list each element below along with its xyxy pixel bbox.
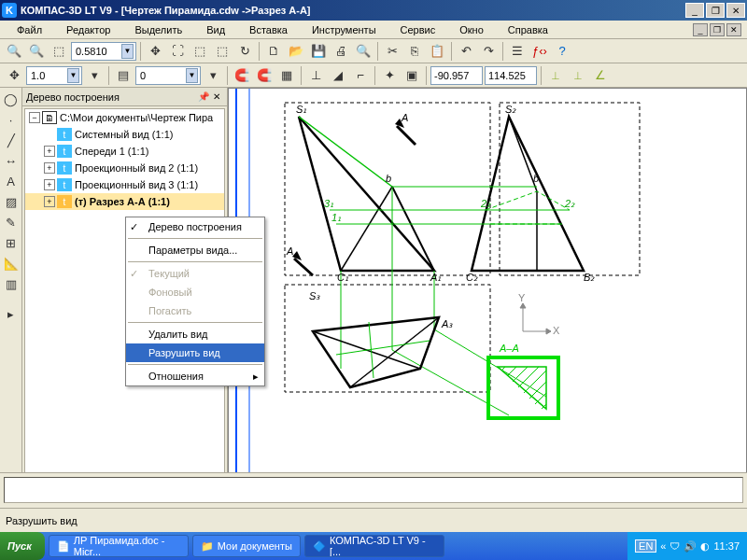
drawing-canvas[interactable]: А А X Y А–А S₁S₂ (228, 88, 747, 508)
mdi-restore-button[interactable]: ❐ (710, 23, 725, 36)
undo-icon[interactable]: ↶ (456, 41, 476, 62)
snap1-icon[interactable]: 🧲 (232, 65, 252, 86)
layer-combo[interactable]: 0 ▼ (135, 66, 201, 85)
svg-text:X: X (553, 325, 560, 336)
zoom-window-icon[interactable]: ⬚ (49, 41, 69, 62)
redo-icon[interactable]: ↷ (478, 41, 499, 62)
lang-indicator[interactable]: EN (635, 539, 656, 553)
start-button[interactable]: Пуск (0, 532, 45, 560)
tree-item[interactable]: t Системный вид (1:1) (25, 126, 224, 143)
tree-item[interactable]: +t Проекционный вид 3 (1:1) (25, 176, 224, 193)
menu-view[interactable]: Вид (195, 22, 236, 37)
grid-icon[interactable]: ▦ (276, 65, 297, 86)
prev-view-icon[interactable]: ⬚ (190, 41, 210, 62)
pan-icon[interactable]: ✥ (145, 41, 165, 62)
next-view-icon[interactable]: ⬚ (212, 41, 233, 62)
pin-icon[interactable]: 📌 (197, 91, 210, 104)
print-icon[interactable]: 🖨 (331, 41, 351, 62)
zoom-value: 0.5810 (76, 46, 121, 57)
fit-icon[interactable]: ⛶ (167, 41, 188, 62)
scale-combo[interactable]: 1.0 ▼ (26, 66, 82, 85)
chevron-down-icon[interactable]: ▼ (67, 68, 79, 83)
minimize-button[interactable]: _ (685, 3, 704, 18)
paste-icon[interactable]: 📋 (427, 41, 447, 62)
snap2-icon[interactable]: 🧲 (254, 65, 275, 86)
hatch-icon[interactable]: ▨ (2, 192, 21, 211)
dim2-icon[interactable]: ⟂ (568, 65, 588, 86)
open-icon[interactable]: 📂 (286, 41, 306, 62)
svg-text:C₂: C₂ (466, 272, 478, 283)
ctx-destroy[interactable]: Разрушить вид (126, 343, 264, 362)
chevron-down-icon[interactable]: ▼ (121, 44, 134, 59)
properties-icon[interactable]: ☰ (507, 41, 528, 62)
mdi-minimize-button[interactable]: _ (693, 23, 708, 36)
tree-root[interactable]: −🗎 C:\Мои документы\Чертеж Пира (25, 109, 224, 126)
help-icon[interactable]: ? (552, 41, 572, 62)
restore-button[interactable]: ❐ (706, 3, 725, 18)
menu-window[interactable]: Окно (448, 22, 495, 37)
constraints-icon[interactable]: ▣ (402, 65, 422, 86)
edit-icon[interactable]: ✎ (2, 213, 21, 231)
menu-edit[interactable]: Редактор (55, 22, 121, 37)
copy-icon[interactable]: ⎘ (404, 41, 425, 62)
ortho-icon[interactable]: ⊥ (305, 65, 326, 86)
tray-icon[interactable]: 🛡 (669, 540, 680, 552)
redraw-icon[interactable]: ↻ (234, 41, 255, 62)
text-icon[interactable]: A (2, 172, 21, 190)
coord-y-field[interactable]: 114.525 (485, 66, 537, 85)
expand-icon[interactable]: ▸ (2, 304, 21, 323)
system-tray[interactable]: EN « 🛡 🔊 ◐ 11:37 (627, 532, 747, 560)
variables-icon[interactable]: ƒ‹› (529, 41, 550, 62)
param-icon[interactable]: ✦ (379, 65, 400, 86)
cut-icon[interactable]: ✂ (382, 41, 402, 62)
tray-icon[interactable]: ◐ (700, 540, 710, 553)
dim-icon[interactable]: ⟂ (545, 65, 566, 86)
menu-service[interactable]: Сервис (389, 22, 447, 37)
menu-help[interactable]: Справка (497, 22, 559, 37)
mdi-close-button[interactable]: ✕ (726, 23, 741, 36)
preview-icon[interactable]: 🔍 (353, 41, 374, 62)
menu-tools[interactable]: Инструменты (301, 22, 388, 37)
svg-text:1₁: 1₁ (331, 212, 341, 223)
zoom-in-icon[interactable]: 🔍 (4, 41, 24, 62)
menu-insert[interactable]: Вставка (238, 22, 299, 37)
taskbar-task[interactable]: 📁 Мои документы (192, 535, 301, 557)
chevron-down-icon[interactable]: ▼ (186, 68, 198, 83)
line-icon[interactable]: ╱ (2, 131, 21, 149)
rounding-icon[interactable]: ◢ (328, 65, 348, 86)
tree-item[interactable]: +t Спереди 1 (1:1) (25, 143, 224, 160)
menu-file[interactable]: Файл (6, 22, 53, 37)
measure-icon[interactable]: 📐 (2, 254, 21, 273)
dim3-icon[interactable]: ∠ (590, 65, 611, 86)
zoom-combo[interactable]: 0.5810 ▼ (71, 42, 136, 61)
ctx-params[interactable]: Параметры вида... (126, 241, 264, 259)
local-cs-icon[interactable]: ⌐ (350, 65, 371, 86)
ctx-tree[interactable]: ✓Дерево построения (126, 217, 264, 236)
tree-item-selected[interactable]: +t (т) Разрез А-А (1:1) (25, 193, 224, 210)
spec-icon[interactable]: ▥ (2, 274, 21, 293)
dropdown-icon[interactable]: ▾ (203, 65, 223, 86)
taskbar-task[interactable]: 📄 ЛР Пирамида.doc - Micr... (49, 535, 189, 557)
clock[interactable]: 11:37 (713, 540, 740, 552)
statusbar: Разрушить вид (0, 508, 747, 532)
close-button[interactable]: ✕ (726, 3, 745, 18)
layer-select-icon[interactable]: ✥ (4, 65, 24, 86)
panel-close-icon[interactable]: ✕ (210, 91, 223, 104)
tray-icon[interactable]: 🔊 (684, 540, 697, 553)
dimension-icon[interactable]: ↔ (2, 151, 21, 170)
geometry-icon[interactable]: ◯ (2, 90, 21, 108)
layers-icon[interactable]: ▤ (113, 65, 134, 86)
menu-select[interactable]: Выделить (123, 22, 193, 37)
new-icon[interactable]: 🗋 (263, 41, 284, 62)
tree-item[interactable]: +t Проекционный вид 2 (1:1) (25, 160, 224, 176)
ctx-delete[interactable]: Удалить вид (126, 325, 264, 343)
param2-icon[interactable]: ⊞ (2, 233, 21, 252)
save-icon[interactable]: 💾 (308, 41, 329, 62)
point-icon[interactable]: · (2, 110, 21, 129)
zoom-out-icon[interactable]: 🔍 (26, 41, 47, 62)
coord-x-field[interactable]: -90.957 (430, 66, 483, 85)
taskbar-task-active[interactable]: 🔷 КОМПАС-3D LT V9 - [... (304, 535, 444, 557)
tray-icon[interactable]: « (660, 540, 666, 552)
dropdown-icon[interactable]: ▾ (84, 65, 105, 86)
ctx-relations[interactable]: Отношения▸ (126, 367, 264, 385)
